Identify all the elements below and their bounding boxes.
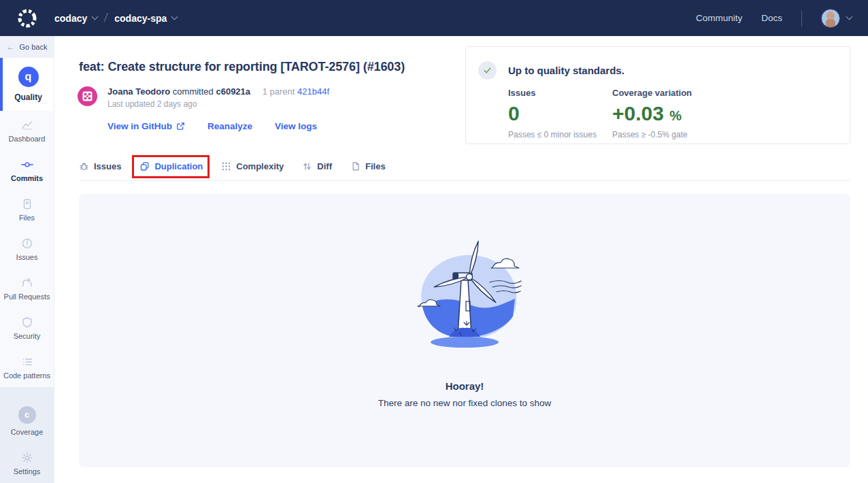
sidebar-item-label: Commits	[0, 174, 54, 182]
duplication-icon	[139, 161, 150, 171]
sidebar-item-issues[interactable]: Issues	[0, 229, 54, 269]
breadcrumb: codacy / codacy-spa	[54, 11, 177, 25]
shield-icon	[21, 316, 33, 329]
sidebar-item-label: Settings	[0, 467, 54, 476]
quality-gate-columns: Issues 0 Passes ≤ 0 minor issues Coverag…	[508, 88, 692, 139]
committed-word: committed	[173, 86, 214, 97]
codacy-logo[interactable]	[0, 7, 54, 29]
topbar-right: Community Docs	[696, 9, 868, 28]
main-content: feat: Create structure for reporting [TA…	[54, 36, 868, 483]
gate-coverage-column: Coverage variation +0.03 % Passes ≥ -0.5…	[612, 88, 692, 139]
sidebar-item-quality[interactable]: q Quality	[0, 58, 54, 111]
sidebar-item-dashboard[interactable]: Dashboard	[0, 111, 54, 150]
go-back-label: Go back	[20, 43, 48, 51]
view-in-github-link[interactable]: View in GitHub	[107, 121, 185, 131]
diff-icon	[302, 161, 312, 171]
tab-files[interactable]: Files	[350, 161, 386, 171]
pull-request-icon	[21, 277, 33, 289]
quality-gate-status-icon	[478, 61, 497, 80]
bug-icon	[79, 161, 89, 171]
gate-coverage-caption: Passes ≥ -0.5% gate	[612, 130, 692, 139]
codacy-commit-page: { "colors": { "navbar_bg": "#1d2c50", "a…	[0, 0, 868, 483]
tab-label: Issues	[94, 161, 121, 171]
sidebar-item-label: Pull Requests	[0, 293, 54, 301]
quality-label: Quality	[3, 93, 54, 102]
empty-state-message: There are no new nor fixed clones to sho…	[378, 398, 551, 408]
files-icon	[350, 161, 361, 171]
repo-name: codacy-spa	[114, 13, 167, 24]
complexity-grid-icon	[221, 161, 231, 171]
tab-label: Files	[365, 161, 386, 171]
committer-identicon	[78, 86, 97, 106]
coverage-number: +0.03	[612, 102, 664, 124]
tab-label: Duplication	[154, 161, 203, 171]
gate-issues-column: Issues 0 Passes ≤ 0 minor issues	[508, 88, 612, 139]
commit-line: Joana Teodoro committed c60921a 1 parent…	[107, 86, 329, 97]
org-name: codacy	[54, 13, 87, 24]
parent-label: 1 parent	[263, 86, 295, 97]
page-title: feat: Create structure for reporting [TA…	[79, 60, 405, 74]
duplication-empty-state: Hooray! There are no new nor fixed clone…	[79, 194, 850, 467]
chevron-down-icon	[92, 14, 99, 20]
sidebar: ← Go back q Quality Dashboard Commits Fi…	[0, 36, 54, 483]
gear-icon	[21, 452, 33, 464]
breadcrumb-repo[interactable]: codacy-spa	[114, 13, 177, 24]
tab-bar: Issues Duplication Complexity	[79, 161, 850, 181]
view-in-github-label: View in GitHub	[107, 121, 172, 131]
breadcrumb-org[interactable]: codacy	[54, 13, 97, 24]
coverage-unit: %	[669, 108, 682, 123]
tab-complexity[interactable]: Complexity	[221, 161, 284, 171]
commit-hash: c60921a	[216, 86, 250, 97]
empty-state-title: Hooray!	[446, 380, 484, 392]
gate-coverage-value: +0.03 %	[612, 103, 692, 124]
last-updated: Last updated 2 days ago	[107, 99, 329, 109]
docs-link[interactable]: Docs	[761, 13, 782, 23]
gate-issues-caption: Passes ≤ 0 minor issues	[508, 130, 612, 139]
chevron-down-icon	[846, 14, 853, 20]
back-arrow-icon: ←	[7, 43, 15, 51]
tab-label: Complexity	[236, 161, 284, 171]
sidebar-item-security[interactable]: Security	[0, 308, 54, 348]
quality-product-icon: q	[18, 67, 39, 87]
tab-duplication[interactable]: Duplication	[139, 161, 203, 171]
check-icon	[483, 66, 492, 75]
tab-diff[interactable]: Diff	[302, 161, 332, 171]
sidebar-item-commits[interactable]: Commits	[0, 150, 54, 190]
go-back-button[interactable]: ← Go back	[0, 36, 54, 58]
tab-section: Issues Duplication Complexity	[79, 161, 850, 181]
sidebar-item-code-patterns[interactable]: Code patterns	[0, 348, 54, 387]
view-logs-link[interactable]: View logs	[275, 121, 317, 131]
sidebar-item-pull-requests[interactable]: Pull Requests	[0, 269, 54, 308]
sidebar-item-label: Code patterns	[0, 371, 54, 380]
coverage-product-icon: c	[18, 406, 36, 424]
topbar: codacy / codacy-spa Community Docs	[0, 0, 868, 36]
parent-hash-link[interactable]: 421b44f	[297, 86, 329, 97]
sidebar-footer: c Coverage Settings	[0, 387, 54, 483]
gate-coverage-label: Coverage variation	[612, 88, 692, 98]
sidebar-item-files[interactable]: Files	[0, 190, 54, 229]
sidebar-item-coverage[interactable]: c Coverage	[0, 398, 54, 444]
quality-gate-title: Up to quality standards.	[508, 65, 692, 76]
tab-label: Diff	[317, 161, 332, 171]
reanalyze-button[interactable]: Reanalyze	[207, 121, 252, 131]
external-link-icon	[176, 122, 185, 131]
commits-icon	[21, 159, 33, 171]
list-icon	[21, 356, 33, 368]
sidebar-item-label: Security	[0, 332, 54, 340]
commit-meta-text: Joana Teodoro committed c60921a 1 parent…	[107, 86, 329, 109]
codacy-logo-icon	[16, 7, 38, 29]
community-link[interactable]: Community	[696, 13, 742, 23]
sidebar-item-label: Files	[0, 214, 54, 222]
user-menu[interactable]	[821, 9, 852, 28]
gate-issues-value: 0	[508, 103, 612, 124]
sidebar-item-label: Coverage	[0, 428, 54, 436]
commit-author: Joana Teodoro	[107, 86, 170, 97]
tab-issues[interactable]: Issues	[79, 161, 121, 171]
sidebar-item-settings[interactable]: Settings	[0, 444, 54, 483]
sidebar-item-label: Dashboard	[0, 135, 54, 143]
commit-meta: Joana Teodoro committed c60921a 1 parent…	[78, 86, 329, 109]
topbar-divider	[801, 10, 802, 27]
gate-issues-label: Issues	[508, 88, 612, 98]
chevron-down-icon	[171, 14, 178, 20]
dashboard-icon	[21, 119, 33, 131]
